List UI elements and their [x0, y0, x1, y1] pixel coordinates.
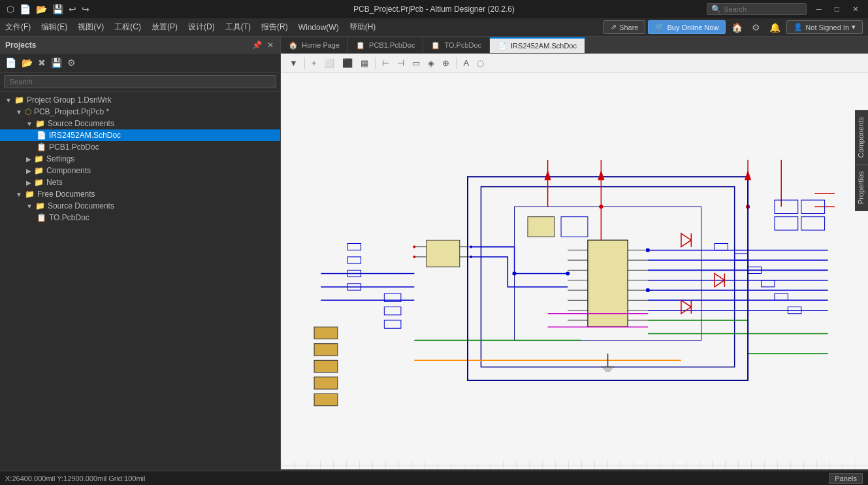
menu-design[interactable]: 设计(D)	[183, 19, 220, 35]
folder-icon: 📁	[34, 166, 44, 175]
project-search-input[interactable]	[4, 75, 276, 88]
add-wire-tool[interactable]: +	[308, 56, 320, 70]
svg-point-93	[413, 256, 415, 258]
svg-rect-58	[314, 327, 338, 339]
close-button[interactable]: ✕	[848, 3, 863, 15]
buy-online-button[interactable]: 🛒 Buy Online Now	[648, 20, 726, 34]
share-icon: ⇗	[611, 23, 617, 31]
tree-label: Components	[46, 166, 91, 175]
tree-free-documents[interactable]: ▼ 📁 Free Documents	[0, 188, 280, 200]
share-button[interactable]: ⇗ Share	[603, 20, 645, 34]
tree-label: Source Documents	[48, 119, 114, 128]
rectangle-tool[interactable]: ⬜	[321, 56, 338, 70]
document-tabs: 🏠 Home Page 📋 PCB1.PcbDoc 📋 TO.PcbDoc 📄 …	[281, 37, 868, 54]
tree-nets[interactable]: ▶ 📁 Nets	[0, 176, 280, 188]
tree-components[interactable]: ▶ 📁 Components	[0, 165, 280, 176]
components-panel-tab[interactable]: Components	[855, 110, 868, 164]
menu-view[interactable]: 视图(V)	[72, 19, 109, 35]
settings-button[interactable]: ⚙	[748, 20, 764, 35]
save-icon[interactable]: 💾	[51, 4, 65, 14]
project-settings-icon[interactable]: ⚙	[66, 56, 77, 69]
global-search-box[interactable]: 🔍	[707, 3, 807, 15]
menubar-actions: ⇗ Share 🛒 Buy Online Now 🏠 ⚙ 🔔 👤 Not Sig…	[603, 20, 868, 35]
panel-header: Projects 📌 ✕	[0, 37, 280, 54]
minimize-button[interactable]: ─	[812, 3, 826, 15]
tree-arrow: ▼	[16, 109, 22, 116]
tree-arrow: ▼	[26, 120, 33, 127]
menubar: 文件(F) 编辑(E) 视图(V) 工程(C) 放置(P) 设计(D) 工具(T…	[0, 18, 868, 37]
port-tool[interactable]: ◈	[425, 56, 438, 70]
menu-project[interactable]: 工程(C)	[109, 19, 146, 35]
tab-pcb1-pcbdoc[interactable]: 📋 PCB1.PcbDoc	[348, 37, 423, 53]
menu-place[interactable]: 放置(P)	[146, 19, 183, 35]
grid-tool[interactable]: ▦	[357, 56, 372, 70]
tree-to-pcbdoc[interactable]: 📋 TO.PcbDoc	[0, 212, 280, 224]
tree-pcb1-pcbdoc[interactable]: 📋 PCB1.PcbDoc	[0, 141, 280, 153]
app-icon: ⬡	[5, 4, 16, 14]
pin-icon[interactable]: 📌	[251, 41, 263, 50]
panel-close-icon[interactable]: ✕	[266, 41, 275, 50]
svg-rect-62	[314, 393, 338, 405]
home-button[interactable]: 🏠	[728, 20, 746, 35]
menu-help[interactable]: 帮助(H)	[344, 19, 381, 35]
home-tab-icon: 🏠	[289, 41, 298, 50]
tree-label: PCB1.PcbDoc	[49, 142, 99, 152]
open-icon[interactable]: 📂	[35, 4, 48, 14]
tab-label: Home Page	[302, 41, 340, 49]
tab-home-page[interactable]: 🏠 Home Page	[281, 37, 348, 53]
tree-arrow: ▼	[5, 97, 12, 104]
menu-reports[interactable]: 报告(R)	[256, 19, 293, 35]
tab-to-pcbdoc[interactable]: 📋 TO.PcbDoc	[423, 37, 490, 53]
properties-panel-tab[interactable]: Properties	[855, 164, 868, 210]
pin-left-tool[interactable]: ⊢	[379, 56, 393, 70]
filter-tool[interactable]: ▼	[286, 56, 301, 70]
schematic-canvas-area[interactable]: Components Properties	[281, 73, 868, 469]
new-project-icon[interactable]: 📄	[4, 56, 18, 69]
notifications-button[interactable]: 🔔	[766, 20, 784, 35]
tree-irs2452am-schdoc[interactable]: 📄 IRS2452AM.SchDoc	[0, 129, 280, 141]
arc-tool[interactable]: ◌	[474, 56, 487, 70]
redo-icon[interactable]: ↪	[80, 4, 91, 14]
tree-pcb-project[interactable]: ▼ ⬡ PCB_Project.PrjPcb *	[0, 106, 280, 118]
menu-tools[interactable]: 工具(T)	[220, 19, 256, 35]
undo-icon[interactable]: ↩	[67, 4, 78, 14]
tree-arrow: ▶	[26, 179, 31, 186]
svg-point-63	[512, 271, 516, 275]
panels-button[interactable]: Panels	[829, 473, 863, 484]
user-icon: 👤	[794, 23, 803, 31]
close-project-icon[interactable]: ✖	[37, 56, 47, 69]
svg-point-95	[470, 256, 472, 258]
titlebar-left-icons: ⬡ 📄 📂 💾 ↩ ↪	[5, 4, 91, 14]
tab-irs2452am-schdoc[interactable]: 📄 IRS2452AM.SchDoc	[490, 37, 585, 53]
menu-file[interactable]: 文件(F)	[0, 19, 36, 35]
global-search-input[interactable]	[724, 5, 802, 13]
projects-panel: Projects 📌 ✕ 📄 📂 ✖ 💾 ⚙ ▼ 📁 Project Group…	[0, 37, 281, 485]
panel-title: Projects	[5, 41, 36, 50]
svg-point-94	[470, 246, 472, 248]
tree-free-source-docs[interactable]: ▼ 📁 Source Documents	[0, 200, 280, 212]
pin-right-tool[interactable]: ⊣	[394, 56, 408, 70]
menu-edit[interactable]: 编辑(E)	[36, 19, 72, 35]
tree-label: Nets	[46, 178, 63, 187]
tree-project-group[interactable]: ▼ 📁 Project Group 1.DsnWrk	[0, 94, 280, 106]
text-tool[interactable]: A	[460, 56, 472, 70]
sch-file-icon: 📄	[37, 131, 46, 140]
component-tool[interactable]: ▭	[409, 56, 423, 70]
user-chevron-icon: ▾	[852, 23, 856, 31]
editor-toolbar: ▼ + ⬜ ⬛ ▦ ⊢ ⊣ ▭ ◈ ⊕ A ◌	[281, 54, 868, 73]
save-all-icon[interactable]: 💾	[50, 56, 63, 69]
user-account-button[interactable]: 👤 Not Signed In ▾	[786, 20, 863, 34]
pcb-file-icon: 📋	[37, 213, 46, 222]
group-icon: 📁	[14, 95, 24, 105]
fill-tool[interactable]: ⬛	[339, 56, 356, 70]
tree-source-docs[interactable]: ▼ 📁 Source Documents	[0, 118, 280, 129]
to-tab-icon: 📋	[431, 41, 440, 50]
maximize-button[interactable]: □	[831, 3, 843, 15]
menu-window[interactable]: Window(W)	[293, 20, 344, 35]
cross-probe-tool[interactable]: ⊕	[439, 56, 453, 70]
new-icon[interactable]: 📄	[18, 4, 32, 14]
window-controls: ─ □ ✕	[812, 3, 863, 15]
tree-settings[interactable]: ▶ 📁 Settings	[0, 153, 280, 165]
menu-items: 文件(F) 编辑(E) 视图(V) 工程(C) 放置(P) 设计(D) 工具(T…	[0, 19, 603, 35]
open-project-icon[interactable]: 📂	[20, 56, 34, 69]
